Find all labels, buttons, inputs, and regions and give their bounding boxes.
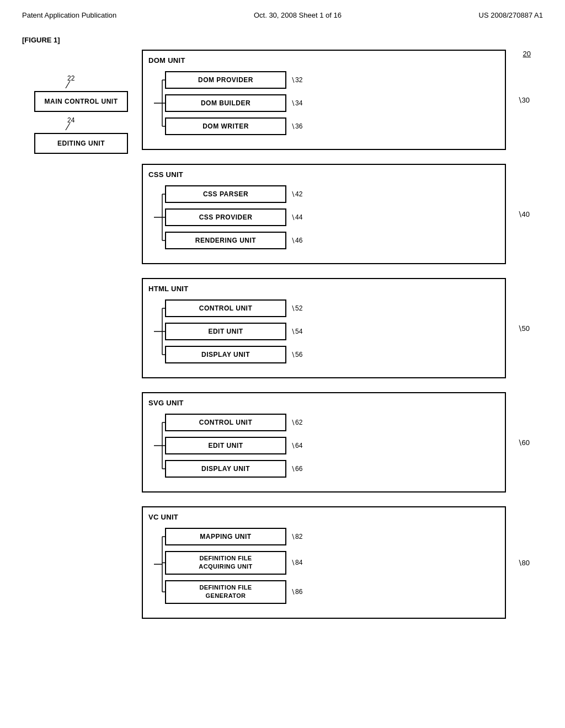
sub-item-box-css-2: RENDERING UNIT [165, 232, 286, 249]
sub-item-box-css-1: CSS PROVIDER [165, 208, 286, 226]
sub-item-svg-0: CONTROL UNIT∖62 [165, 414, 499, 431]
sub-item-ref-svg-2: ∖66 [291, 465, 302, 473]
sub-item-svg-2: DISPLAY UNIT∖66 [165, 460, 499, 478]
sub-item-box-html-2: DISPLAY UNIT [165, 346, 286, 363]
overall-ref: 20 [523, 50, 531, 58]
header-left: Patent Application Publication [22, 11, 116, 19]
figure-label: [FIGURE 1] [22, 36, 543, 44]
sub-item-box-dom-0: DOM PROVIDER [165, 71, 286, 89]
main-control-unit-box: MAIN CONTROL UNIT [34, 91, 128, 112]
sub-item-box-dom-1: DOM BUILDER [165, 94, 286, 112]
sub-item-ref-dom-0: ∖32 [291, 76, 302, 84]
ref-24-label: 24 ∕ [67, 116, 128, 132]
module-ref-dom: ∖30 [518, 96, 530, 104]
sub-item-box-svg-1: EDIT UNIT [165, 437, 286, 454]
sub-item-ref-css-0: ∖42 [291, 190, 302, 198]
page: Patent Application Publication Oct. 30, … [0, 0, 565, 728]
sub-item-vc-1: DEFINITION FILE ACQUIRING UNIT∖84 [165, 551, 499, 575]
ref-22-label: 22 ∕ [67, 74, 128, 90]
sub-items-css: CSS PARSER∖42CSS PROVIDER∖44RENDERING UN… [165, 185, 499, 249]
sub-item-box-svg-0: CONTROL UNIT [165, 414, 286, 431]
sub-item-box-vc-0: MAPPING UNIT [165, 528, 286, 545]
sub-item-dom-2: DOM WRITER∖36 [165, 117, 499, 135]
sub-item-html-2: DISPLAY UNIT∖56 [165, 346, 499, 363]
sub-item-html-0: CONTROL UNIT∖52 [165, 299, 499, 317]
module-ref-html: ∖50 [518, 324, 530, 333]
sub-item-html-1: EDIT UNIT∖54 [165, 323, 499, 340]
sub-item-css-0: CSS PARSER∖42 [165, 185, 499, 203]
module-title-dom: DOM UNIT [148, 56, 499, 65]
sub-item-box-svg-2: DISPLAY UNIT [165, 460, 286, 478]
module-title-vc: VC UNIT [148, 513, 499, 521]
sub-item-box-css-0: CSS PARSER [165, 185, 286, 203]
sub-item-svg-1: EDIT UNIT∖64 [165, 437, 499, 454]
module-html: HTML UNITCONTROL UNIT∖52EDIT UNIT∖54DISP… [142, 278, 506, 378]
sub-item-ref-html-0: ∖52 [291, 304, 302, 312]
sub-item-ref-css-2: ∖46 [291, 237, 302, 244]
sub-item-ref-vc-2: ∖86 [291, 588, 302, 596]
sub-item-ref-vc-0: ∖82 [291, 533, 302, 540]
header-center: Oct. 30, 2008 Sheet 1 of 16 [254, 11, 342, 19]
sub-items-vc: MAPPING UNIT∖82DEFINITION FILE ACQUIRING… [165, 528, 499, 604]
sub-item-ref-dom-1: ∖34 [291, 99, 302, 107]
sub-item-box-vc-2: DEFINITION FILE GENERATOR [165, 580, 286, 604]
module-title-html: HTML UNIT [148, 285, 499, 293]
sub-item-box-html-0: CONTROL UNIT [165, 299, 286, 317]
header-right: US 2008/270887 A1 [479, 11, 543, 19]
sub-item-dom-1: DOM BUILDER∖34 [165, 94, 499, 112]
sub-item-ref-html-2: ∖56 [291, 351, 302, 358]
module-ref-vc: ∖80 [518, 558, 530, 566]
sub-item-css-2: RENDERING UNIT∖46 [165, 232, 499, 249]
editing-unit-box: EDITING UNIT [34, 133, 128, 154]
sub-item-ref-svg-1: ∖64 [291, 442, 302, 449]
sub-items-dom: DOM PROVIDER∖32DOM BUILDER∖34DOM WRITER∖… [165, 71, 499, 135]
sub-item-box-vc-1: DEFINITION FILE ACQUIRING UNIT [165, 551, 286, 575]
module-svg: SVG UNITCONTROL UNIT∖62EDIT UNIT∖64DISPL… [142, 392, 506, 493]
right-panel: DOM UNITDOM PROVIDER∖32DOM BUILDER∖34DOM… [142, 50, 506, 633]
sub-item-box-dom-2: DOM WRITER [165, 117, 286, 135]
module-ref-css: ∖40 [518, 210, 530, 218]
module-ref-svg: ∖60 [518, 438, 530, 447]
module-dom: DOM UNITDOM PROVIDER∖32DOM BUILDER∖34DOM… [142, 50, 506, 150]
sub-item-ref-css-1: ∖44 [291, 213, 302, 221]
module-title-css: CSS UNIT [148, 170, 499, 179]
module-title-svg: SVG UNIT [148, 399, 499, 407]
sub-items-html: CONTROL UNIT∖52EDIT UNIT∖54DISPLAY UNIT∖… [165, 299, 499, 363]
sub-item-vc-2: DEFINITION FILE GENERATOR∖86 [165, 580, 499, 604]
sub-item-ref-svg-0: ∖62 [291, 419, 302, 426]
sub-item-ref-dom-2: ∖36 [291, 122, 302, 130]
page-header: Patent Application Publication Oct. 30, … [22, 11, 543, 19]
sub-items-svg: CONTROL UNIT∖62EDIT UNIT∖64DISPLAY UNIT∖… [165, 414, 499, 478]
sub-item-ref-html-1: ∖54 [291, 328, 302, 335]
sub-item-box-html-1: EDIT UNIT [165, 323, 286, 340]
module-vc: VC UNITMAPPING UNIT∖82DEFINITION FILE AC… [142, 506, 506, 619]
sub-item-css-1: CSS PROVIDER∖44 [165, 208, 499, 226]
sub-item-ref-vc-1: ∖84 [291, 559, 302, 566]
sub-item-dom-0: DOM PROVIDER∖32 [165, 71, 499, 89]
sub-item-vc-0: MAPPING UNIT∖82 [165, 528, 499, 545]
left-panel: 22 ∕ MAIN CONTROL UNIT 24 ∕ EDITING UNIT [34, 74, 128, 154]
module-css: CSS UNITCSS PARSER∖42CSS PROVIDER∖44REND… [142, 164, 506, 264]
